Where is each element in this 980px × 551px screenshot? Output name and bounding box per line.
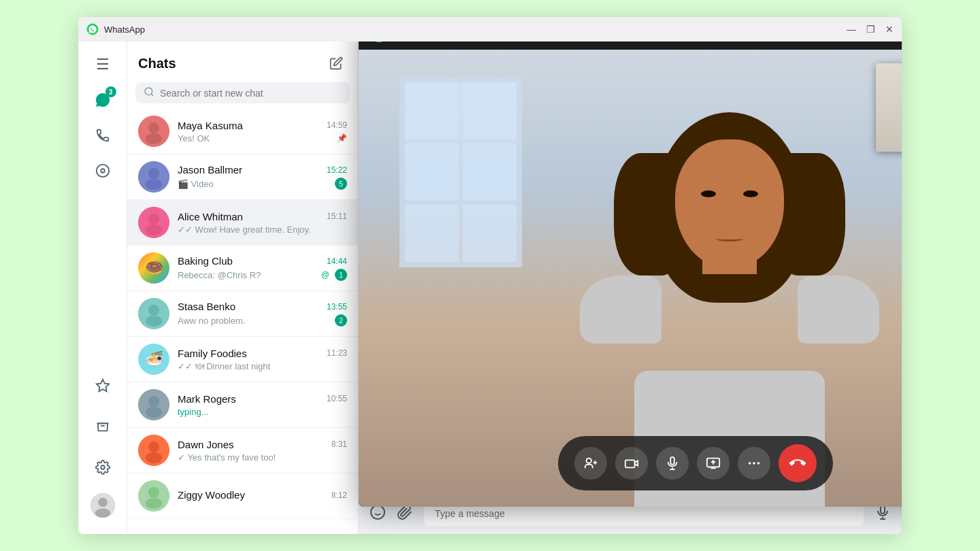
svg-point-14 xyxy=(148,214,159,224)
chat-preview-dawn: ✓ Yes that's my fave too! xyxy=(178,452,347,463)
svg-point-9 xyxy=(146,133,162,144)
chat-info-stasa: Stasa Benko 13:55 Aww no problem. 2 xyxy=(178,301,347,327)
svg-point-27 xyxy=(146,498,162,509)
sidebar-item-chats[interactable]: 3 xyxy=(88,85,118,115)
end-call-button[interactable] xyxy=(779,444,817,482)
person-shoulder-right xyxy=(798,276,879,344)
sidebar-item-calls[interactable] xyxy=(88,120,118,150)
chat-preview-maya: Yes! OK xyxy=(178,133,334,144)
sidebar-item-menu[interactable]: ☰ xyxy=(88,50,118,80)
chat-item-jason[interactable]: Jason Ballmer 15:22 🎬 Video 5 xyxy=(127,154,358,200)
svg-point-23 xyxy=(148,441,159,452)
chats-title: Chats xyxy=(138,56,176,71)
new-chat-button[interactable] xyxy=(325,52,347,74)
camera-button[interactable] xyxy=(615,447,648,480)
close-button[interactable]: ✕ xyxy=(885,25,894,33)
chat-time-baking: 14:44 xyxy=(327,256,347,266)
chat-name-ziggy: Ziggy Woodley xyxy=(178,489,245,501)
badge-baking: 1 xyxy=(335,269,347,281)
search-icon xyxy=(144,86,154,99)
self-view-thumbnail xyxy=(876,63,902,152)
call-logo xyxy=(370,41,389,43)
chat-list: Maya Kasuma 14:59 Yes! OK 📌 xyxy=(127,109,358,534)
chat-item-baking[interactable]: 🍩 Baking Club 14:44 Rebecca: @Chris R? @… xyxy=(127,246,358,291)
chat-info-jason: Jason Ballmer 15:22 🎬 Video 5 xyxy=(178,164,347,190)
sidebar-item-settings[interactable] xyxy=(88,452,118,482)
app-title: WhatsApp xyxy=(104,24,145,35)
window-pane xyxy=(405,205,459,262)
person-face xyxy=(675,139,784,269)
person-shoulder-left xyxy=(580,276,662,344)
svg-point-6 xyxy=(145,88,152,95)
chat-name-dawn: Dawn Jones xyxy=(178,439,234,450)
chat-time-jason: 15:22 xyxy=(327,165,347,175)
microphone-button[interactable] xyxy=(656,447,689,480)
sidebar: ☰ 3 xyxy=(78,41,127,534)
search-input-wrap xyxy=(135,82,350,103)
svg-point-11 xyxy=(148,168,159,179)
screen-share-button[interactable] xyxy=(697,447,730,480)
chat-info-mark: Mark Rogers 10:55 typing... xyxy=(178,393,347,417)
maximize-button[interactable]: ❐ xyxy=(866,25,875,33)
sidebar-item-archived[interactable] xyxy=(88,412,118,441)
sidebar-item-status[interactable] xyxy=(88,156,118,186)
whatsapp-logo xyxy=(86,23,99,35)
avatar-dawn xyxy=(138,435,169,466)
avatar-ziggy xyxy=(138,480,169,512)
svg-point-34 xyxy=(753,462,755,465)
chat-item-mark[interactable]: Mark Rogers 10:55 typing... xyxy=(127,382,358,428)
chat-item-stasa[interactable]: Stasa Benko 13:55 Aww no problem. 2 xyxy=(127,291,358,337)
chat-name-maya: Maya Kasuma xyxy=(178,120,243,131)
svg-point-20 xyxy=(148,396,159,407)
chat-name-alice: Alice Whitman xyxy=(178,211,243,222)
sidebar-item-starred[interactable] xyxy=(88,371,118,401)
svg-point-18 xyxy=(146,316,162,327)
add-people-button[interactable] xyxy=(574,447,607,480)
chat-info-family: Family Foodies 11:23 ✓✓ 🍽 Dinner last ni… xyxy=(178,348,347,371)
pin-icon-maya: 📌 xyxy=(337,133,347,143)
self-view-bg xyxy=(876,63,902,152)
sidebar-bottom xyxy=(88,371,118,526)
search-input[interactable] xyxy=(160,88,342,99)
chat-name-family: Family Foodies xyxy=(178,348,247,359)
avatar-maya xyxy=(138,116,169,147)
window-pane xyxy=(463,144,517,201)
chat-item-family[interactable]: 🍜 Family Foodies 11:23 ✓✓ 🍽 Dinner last … xyxy=(127,337,358,382)
chat-info-alice: Alice Whitman 15:11 ✓✓ Wow! Have great t… xyxy=(178,211,347,235)
chat-time-stasa: 13:55 xyxy=(327,302,347,312)
chat-name-mark: Mark Rogers xyxy=(178,393,236,405)
svg-rect-31 xyxy=(670,457,674,465)
avatar-stasa xyxy=(138,298,169,329)
chat-item-ziggy[interactable]: Ziggy Woodley 8:12 xyxy=(127,473,358,519)
chat-time-family: 11:23 xyxy=(327,348,347,358)
background-window xyxy=(399,77,522,267)
more-options-button[interactable] xyxy=(738,447,770,480)
user-avatar[interactable] xyxy=(91,493,115,518)
chat-time-maya: 14:59 xyxy=(327,120,347,130)
chat-item-dawn[interactable]: Dawn Jones 8:31 ✓ Yes that's my fave too… xyxy=(127,428,358,473)
chat-time-ziggy: 8:12 xyxy=(331,490,347,500)
chat-item-alice[interactable]: Alice Whitman 15:11 ✓✓ Wow! Have great t… xyxy=(127,200,358,246)
chats-header-icons xyxy=(325,52,347,74)
chat-time-dawn: 8:31 xyxy=(331,439,347,449)
svg-point-12 xyxy=(146,179,162,190)
person-eye-right xyxy=(743,190,758,197)
chat-preview-stasa: Aww no problem. xyxy=(178,316,332,326)
avatar-family: 🍜 xyxy=(138,344,169,375)
chat-name-jason: Jason Ballmer xyxy=(178,164,242,176)
minimize-button[interactable]: — xyxy=(847,25,855,33)
badge-jason: 5 xyxy=(335,178,347,190)
chat-name-stasa: Stasa Benko xyxy=(178,301,235,312)
svg-point-36 xyxy=(371,505,385,519)
window-pane xyxy=(405,82,459,139)
svg-point-8 xyxy=(148,122,159,133)
chat-info-maya: Maya Kasuma 14:59 Yes! OK 📌 xyxy=(178,120,347,144)
chat-preview-baking: Rebecca: @Chris R? xyxy=(178,270,321,280)
chat-time-mark: 10:55 xyxy=(327,394,347,403)
chat-info-baking: Baking Club 14:44 Rebecca: @Chris R? @ 1 xyxy=(178,255,347,281)
svg-point-29 xyxy=(587,458,591,463)
avatar-baking: 🍩 xyxy=(138,252,169,284)
chat-item-maya[interactable]: Maya Kasuma 14:59 Yes! OK 📌 xyxy=(127,109,358,154)
person-mouth xyxy=(716,236,743,241)
chat-info-ziggy: Ziggy Woodley 8:12 xyxy=(178,489,347,503)
